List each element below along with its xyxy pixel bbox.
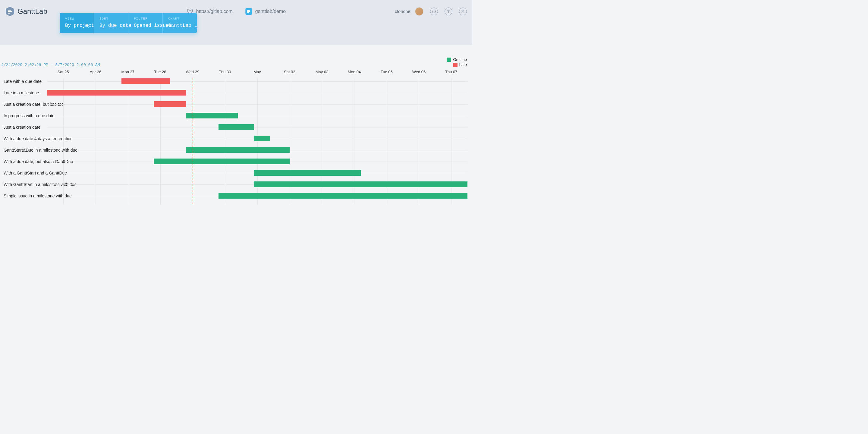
- gantt-row: Simple issue in a milestone with due: [47, 193, 467, 198]
- gantt-bar[interactable]: [154, 101, 186, 107]
- gantt-bar[interactable]: [254, 135, 270, 141]
- svg-rect-4: [247, 10, 250, 11]
- gantt-row: With a due date 4 days after creation: [47, 135, 467, 141]
- timeline: Sat 25Apr 26Mon 27Tue 28Wed 29Thu 30MayS…: [47, 70, 467, 204]
- date-axis-label: May 03: [315, 70, 329, 74]
- legend-ontime-swatch: [447, 58, 451, 62]
- gantt-row: With a GanttStart and a GanttDue: [47, 170, 467, 176]
- date-axis-label: Thu 07: [445, 70, 457, 74]
- gantt-bar[interactable]: [121, 79, 170, 84]
- gantt-row: GanttStart&Due in a milestone with due: [47, 147, 467, 153]
- date-axis-label: Mon 04: [348, 70, 361, 74]
- gantt-row: Just a creation date: [47, 124, 467, 130]
- date-axis-label: Sat 02: [284, 70, 296, 74]
- toolbar-filter-label: FILTER: [134, 17, 157, 21]
- date-axis-label: Sat 25: [58, 70, 69, 74]
- toolbar-chart-value: GanttLab Legacy: [168, 23, 191, 28]
- ganttlab-logo-icon: [5, 6, 14, 17]
- date-axis-label: May: [253, 70, 261, 74]
- svg-rect-6: [247, 12, 249, 13]
- gantt-row: Late in a milestone: [47, 90, 467, 96]
- gantt-row: With a due date, but also a GanttDue: [47, 158, 467, 164]
- gantt-bar[interactable]: [254, 181, 467, 187]
- legend: On time Late: [447, 57, 467, 67]
- svg-rect-5: [247, 11, 250, 12]
- toolbar-filter[interactable]: FILTER Opened issues: [128, 13, 163, 33]
- legend-late-label: Late: [459, 62, 467, 67]
- search-icon[interactable]: [85, 24, 90, 30]
- date-axis: Sat 25Apr 26Mon 27Tue 28Wed 29Thu 30MayS…: [47, 70, 467, 77]
- date-axis-label: Wed 06: [412, 70, 426, 74]
- header-center: https://gitlab.com ganttlab/demo: [187, 8, 286, 15]
- date-axis-label: Tue 05: [381, 70, 393, 74]
- close-button[interactable]: [459, 7, 467, 16]
- gantt-row: In progress with a due date: [47, 113, 467, 119]
- gantt-bar[interactable]: [218, 193, 467, 198]
- help-icon: ?: [447, 9, 450, 14]
- refresh-button[interactable]: [430, 7, 438, 16]
- content: On time Late 4/24/2020 2:02:29 PM - 5/7/…: [0, 45, 472, 204]
- date-axis-label: Tue 28: [154, 70, 166, 74]
- gantt-row: Late with a due date: [47, 79, 467, 84]
- svg-rect-2: [8, 11, 12, 12]
- header-right: clorichel ?: [395, 7, 467, 16]
- refresh-icon: [432, 9, 436, 13]
- project-icon: [246, 8, 252, 15]
- legend-ontime: On time: [447, 57, 467, 62]
- toolbar-sort-label: SORT: [99, 17, 123, 21]
- username[interactable]: clorichel: [395, 9, 411, 14]
- gantt-bar[interactable]: [186, 113, 238, 119]
- gitlab-url-text: https://gitlab.com: [196, 9, 233, 14]
- toolbar: VIEW By project SORT By due date FILTER …: [60, 13, 197, 33]
- avatar[interactable]: [415, 7, 424, 16]
- today-line: [193, 79, 193, 204]
- svg-rect-1: [8, 10, 11, 10]
- date-axis-label: Wed 29: [186, 70, 199, 74]
- date-axis-label: Apr 26: [90, 70, 101, 74]
- svg-point-7: [85, 24, 88, 27]
- svg-rect-3: [8, 13, 10, 13]
- help-button[interactable]: ?: [444, 7, 453, 16]
- toolbar-filter-value: Opened issues: [134, 23, 157, 28]
- gantt-rows: Late with a due dateLate in a milestoneJ…: [47, 79, 467, 204]
- date-axis-label: Thu 30: [219, 70, 231, 74]
- toolbar-chart-label: CHART: [168, 17, 191, 21]
- gantt-bar[interactable]: [254, 170, 361, 176]
- gantt-row: With GanttStart in a milestone with due: [47, 181, 467, 187]
- gantt-row: Just a creation date, but late too: [47, 101, 467, 107]
- toolbar-view-label: VIEW: [65, 17, 88, 21]
- toolbar-sort[interactable]: SORT By due date: [94, 13, 128, 33]
- legend-late: Late: [447, 62, 467, 67]
- legend-late-swatch: [453, 63, 458, 67]
- gantt-chart: On time Late 4/24/2020 2:02:29 PM - 5/7/…: [0, 63, 472, 204]
- logo-area[interactable]: GanttLab: [5, 6, 47, 17]
- gantt-bar[interactable]: [186, 147, 289, 153]
- project-path-text: ganttlab/demo: [255, 9, 286, 14]
- gantt-bar[interactable]: [218, 124, 254, 130]
- legend-ontime-label: On time: [453, 57, 467, 62]
- toolbar-view[interactable]: VIEW By project: [60, 13, 94, 33]
- gantt-bar[interactable]: [154, 158, 290, 164]
- toolbar-chart[interactable]: CHART GanttLab Legacy: [163, 13, 197, 33]
- gantt-bar[interactable]: [47, 90, 186, 96]
- svg-line-8: [88, 27, 89, 28]
- toolbar-sort-value: By due date: [99, 23, 123, 28]
- date-range-text: 4/24/2020 2:02:29 PM - 5/7/2020 2:00:00 …: [1, 63, 467, 67]
- app-name: GanttLab: [18, 7, 47, 16]
- date-axis-label: Mon 27: [121, 70, 134, 74]
- close-icon: [461, 10, 465, 13]
- project-link[interactable]: ganttlab/demo: [246, 8, 286, 15]
